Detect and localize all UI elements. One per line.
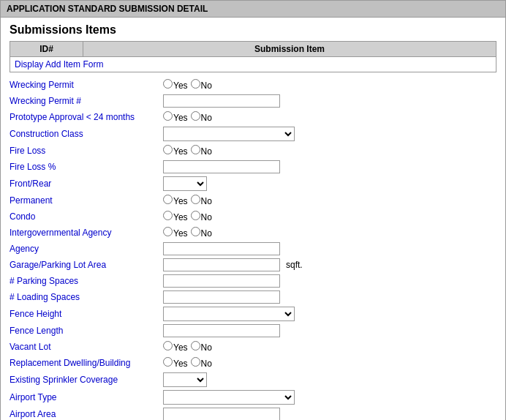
radio-yes-permanent[interactable]: Yes xyxy=(163,195,188,206)
select-existing-sprinkler[interactable] xyxy=(163,372,207,387)
label-permanent: Permanent xyxy=(10,195,163,206)
select-front-rear[interactable] xyxy=(163,176,207,191)
select-construction-class[interactable] xyxy=(163,127,295,141)
form-row-replacement-dwelling: Replacement Dwelling/BuildingYesNo xyxy=(10,355,496,371)
control-airport-type xyxy=(163,390,295,405)
label-wrecking-permit-num: Wrecking Permit # xyxy=(10,96,163,106)
page-wrapper: APPLICATION STANDARD SUBMISSION DETAIL S… xyxy=(0,0,506,420)
radio-yes-wrecking-permit[interactable]: Yes xyxy=(163,79,188,91)
add-item-link[interactable]: Display Add Item Form xyxy=(15,59,103,70)
form-row-permanent: PermanentYesNo xyxy=(10,192,496,209)
control-fire-loss-pct xyxy=(163,160,280,173)
label-fence-height: Fence Height xyxy=(10,309,163,319)
control-existing-sprinkler xyxy=(163,372,207,387)
control-agency xyxy=(163,242,280,255)
input-fire-loss-pct[interactable] xyxy=(163,160,280,173)
add-item-row: Display Add Item Form xyxy=(10,57,496,72)
form-row-prototype-approval: Prototype Approval < 24 monthsYesNo xyxy=(10,109,496,125)
control-airport-area xyxy=(163,408,280,420)
control-prototype-approval: YesNo xyxy=(163,111,212,123)
input-loading-spaces[interactable] xyxy=(163,290,280,304)
form-row-wrecking-permit-num: Wrecking Permit # xyxy=(10,93,496,109)
control-condo: YesNo xyxy=(163,211,212,222)
radio-no-vacant-lot[interactable]: No xyxy=(191,341,212,353)
input-airport-area[interactable] xyxy=(163,408,280,420)
control-garage-parking-lot-area: sqft. xyxy=(163,258,303,271)
label-fire-loss: Fire Loss xyxy=(10,146,163,156)
label-construction-class: Construction Class xyxy=(10,129,163,139)
form-row-fire-loss-pct: Fire Loss % xyxy=(10,159,496,175)
control-fence-length xyxy=(163,324,280,337)
label-garage-parking-lot-area: Garage/Parking Lot Area xyxy=(10,260,163,270)
radio-no-replacement-dwelling[interactable]: No xyxy=(191,357,212,369)
form-row-intergovernmental-agency: Intergovernmental AgencyYesNo xyxy=(10,225,496,241)
label-wrecking-permit: Wrecking Permit xyxy=(10,80,163,90)
section-title: Submissions Items xyxy=(10,23,496,37)
label-fence-length: Fence Length xyxy=(10,326,163,336)
radio-yes-intergovernmental-agency[interactable]: Yes xyxy=(163,227,188,239)
label-vacant-lot: Vacant Lot xyxy=(10,342,163,352)
control-front-rear xyxy=(163,176,207,191)
add-item-cell: Display Add Item Form xyxy=(10,57,496,72)
control-wrecking-permit: YesNo xyxy=(163,79,212,91)
form-row-loading-spaces: # Loading Spaces xyxy=(10,289,496,305)
radio-yes-fire-loss[interactable]: Yes xyxy=(163,145,188,157)
label-condo: Condo xyxy=(10,211,163,222)
control-intergovernmental-agency: YesNo xyxy=(163,227,212,239)
form-row-parking-spaces: # Parking Spaces xyxy=(10,273,496,289)
label-parking-spaces: # Parking Spaces xyxy=(10,276,163,286)
input-wrecking-permit-num[interactable] xyxy=(163,94,280,108)
input-garage-parking-lot-area[interactable] xyxy=(163,258,280,271)
label-agency: Agency xyxy=(10,244,163,254)
form-row-construction-class: Construction Class xyxy=(10,125,496,143)
input-agency[interactable] xyxy=(163,242,280,255)
form-row-existing-sprinkler: Existing Sprinkler Coverage xyxy=(10,371,496,389)
control-fence-height xyxy=(163,307,295,321)
submissions-table: ID# Submission Item Display Add Item For… xyxy=(10,41,496,72)
input-fence-length[interactable] xyxy=(163,324,280,337)
label-airport-area: Airport Area xyxy=(10,409,163,419)
label-front-rear: Front/Rear xyxy=(10,179,163,189)
label-loading-spaces: # Loading Spaces xyxy=(10,292,163,302)
control-replacement-dwelling: YesNo xyxy=(163,357,212,369)
select-airport-type[interactable] xyxy=(163,390,295,405)
title-bar: APPLICATION STANDARD SUBMISSION DETAIL xyxy=(1,1,505,18)
label-fire-loss-pct: Fire Loss % xyxy=(10,162,163,172)
form-row-front-rear: Front/Rear xyxy=(10,175,496,192)
form-row-fire-loss: Fire LossYesNo xyxy=(10,143,496,159)
control-construction-class xyxy=(163,127,295,141)
radio-no-condo[interactable]: No xyxy=(191,211,212,222)
label-existing-sprinkler: Existing Sprinkler Coverage xyxy=(10,375,163,385)
form-row-wrecking-permit: Wrecking PermitYesNo xyxy=(10,77,496,93)
select-fence-height[interactable] xyxy=(163,307,295,321)
radio-no-wrecking-permit[interactable]: No xyxy=(191,79,212,91)
radio-yes-prototype-approval[interactable]: Yes xyxy=(163,111,188,123)
page-title: APPLICATION STANDARD SUBMISSION DETAIL xyxy=(7,4,208,14)
control-fire-loss: YesNo xyxy=(163,145,212,157)
input-parking-spaces[interactable] xyxy=(163,274,280,288)
form-row-agency: Agency xyxy=(10,241,496,257)
radio-no-prototype-approval[interactable]: No xyxy=(191,111,212,123)
form-row-fence-length: Fence Length xyxy=(10,323,496,339)
sqft-label: sqft. xyxy=(286,260,303,270)
radio-no-intergovernmental-agency[interactable]: No xyxy=(191,227,212,239)
form-row-condo: CondoYesNo xyxy=(10,209,496,225)
col-id-header: ID# xyxy=(10,42,83,57)
content: Submissions Items ID# Submission Item Di… xyxy=(1,18,505,420)
radio-no-permanent[interactable]: No xyxy=(191,195,212,206)
label-prototype-approval: Prototype Approval < 24 months xyxy=(10,112,163,122)
control-wrecking-permit-num xyxy=(163,94,280,108)
radio-yes-condo[interactable]: Yes xyxy=(163,211,188,222)
form-row-airport-type: Airport Type xyxy=(10,389,496,406)
control-loading-spaces xyxy=(163,290,280,304)
label-replacement-dwelling: Replacement Dwelling/Building xyxy=(10,358,163,368)
form-row-airport-area: Airport Area xyxy=(10,406,496,420)
label-airport-type: Airport Type xyxy=(10,392,163,402)
radio-yes-vacant-lot[interactable]: Yes xyxy=(163,341,188,353)
form-row-garage-parking-lot-area: Garage/Parking Lot Areasqft. xyxy=(10,257,496,273)
form-row-fence-height: Fence Height xyxy=(10,305,496,323)
radio-yes-replacement-dwelling[interactable]: Yes xyxy=(163,357,188,369)
radio-no-fire-loss[interactable]: No xyxy=(191,145,212,157)
control-parking-spaces xyxy=(163,274,280,288)
form-row-vacant-lot: Vacant LotYesNo xyxy=(10,339,496,355)
